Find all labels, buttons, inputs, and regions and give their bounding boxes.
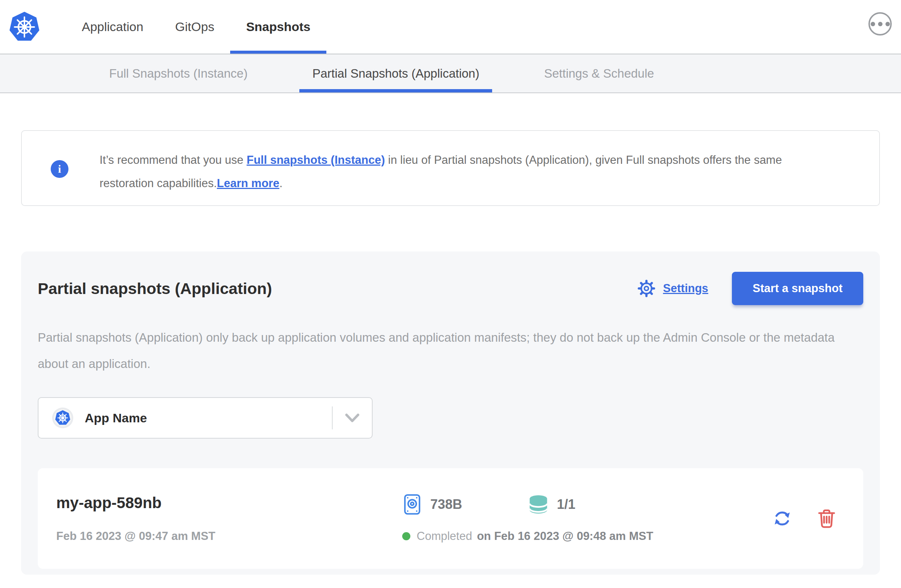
status-dot-icon xyxy=(402,532,410,540)
panel-header: Partial snapshots (Application) xyxy=(38,272,863,305)
snapshot-status: Completed on Feb 16 2023 @ 09:48 am MST xyxy=(402,530,653,543)
database-icon xyxy=(528,494,549,515)
kubernetes-app-icon xyxy=(54,409,72,426)
top-nav: Application GitOps Snapshots xyxy=(0,0,901,54)
main-nav: Application GitOps Snapshots xyxy=(66,0,326,54)
snapshot-actions xyxy=(772,508,837,529)
ellipsis-icon xyxy=(871,22,875,26)
snapshot-row: my-app-589nb Feb 16 2023 @ 09:47 am MST … xyxy=(38,468,863,569)
snapshot-settings-link[interactable]: Settings xyxy=(636,278,708,299)
snapshot-size-value: 738B xyxy=(430,497,462,512)
chevron-down-icon xyxy=(344,413,360,423)
snapshot-volumes-value: 1/1 xyxy=(557,497,575,512)
trash-icon xyxy=(816,508,837,529)
snapshot-stats: 738B 1/1 Completed on Feb 16 2023 @ 09:4… xyxy=(402,494,653,543)
delete-snapshot-button[interactable] xyxy=(816,508,837,529)
tab-settings-schedule[interactable]: Settings & Schedule xyxy=(531,54,667,92)
ellipsis-icon xyxy=(885,22,890,26)
partial-snapshots-panel: Partial snapshots (Application) xyxy=(21,252,880,575)
snapshot-size-stat: 738B xyxy=(402,494,462,515)
nav-item-gitops[interactable]: GitOps xyxy=(159,0,230,54)
banner-text-after: . xyxy=(279,177,283,190)
kubernetes-logo xyxy=(8,0,41,54)
full-snapshots-instance-link[interactable]: Full snapshots (Instance) xyxy=(246,154,385,166)
snapshots-subnav: Full Snapshots (Instance) Partial Snapsh… xyxy=(0,54,901,93)
dropdown-caret-zone[interactable] xyxy=(333,413,372,423)
snapshot-name: my-app-589nb xyxy=(56,494,402,512)
panel-description: Partial snapshots (Application) only bac… xyxy=(38,324,846,377)
nav-item-snapshots[interactable]: Snapshots xyxy=(230,0,326,54)
app-name-selected-value: App Name xyxy=(85,411,147,425)
app-name-select[interactable]: App Name xyxy=(38,397,373,439)
banner-text: It’s recommend that you use Full snapsho… xyxy=(100,148,836,205)
recommendation-banner: i It’s recommend that you use Full snaps… xyxy=(21,130,880,206)
status-label: Completed xyxy=(417,530,472,543)
learn-more-link[interactable]: Learn more xyxy=(217,177,279,190)
page-title: Partial snapshots (Application) xyxy=(38,280,272,298)
info-icon: i xyxy=(51,160,69,178)
banner-text-before: It’s recommend that you use xyxy=(100,154,246,166)
nav-item-application[interactable]: Application xyxy=(66,0,159,54)
kubernetes-logo-icon xyxy=(8,11,41,43)
start-a-snapshot-button[interactable]: Start a snapshot xyxy=(732,272,863,305)
status-finished-timestamp: on Feb 16 2023 @ 09:48 am MST xyxy=(477,530,653,543)
snapshot-metrics: 738B 1/1 xyxy=(402,494,653,515)
restore-snapshot-button[interactable] xyxy=(772,508,793,529)
panel-header-actions: Settings Start a snapshot xyxy=(636,272,863,305)
restore-icon xyxy=(772,508,793,529)
ellipsis-icon xyxy=(878,22,882,26)
tab-partial-snapshots-application[interactable]: Partial Snapshots (Application) xyxy=(299,54,492,92)
disk-icon xyxy=(402,494,422,515)
tab-full-snapshots-instance[interactable]: Full Snapshots (Instance) xyxy=(96,54,260,92)
settings-link-label: Settings xyxy=(663,282,708,295)
gear-icon xyxy=(636,278,656,299)
snapshot-identity: my-app-589nb Feb 16 2023 @ 09:47 am MST xyxy=(56,494,402,543)
snapshot-started-timestamp: Feb 16 2023 @ 09:47 am MST xyxy=(56,530,402,543)
overflow-menu-button[interactable] xyxy=(868,12,892,36)
snapshot-volumes-stat: 1/1 xyxy=(528,494,575,515)
